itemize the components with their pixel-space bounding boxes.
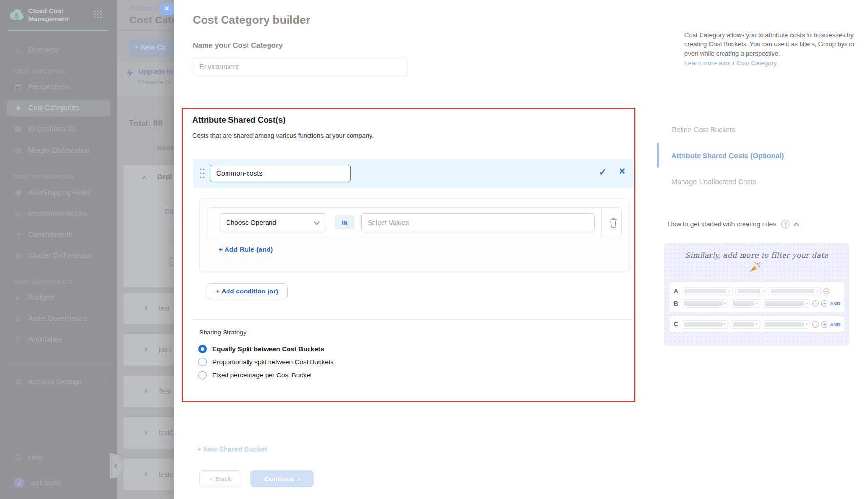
collapse-arrow-icon [114, 463, 119, 468]
placeholder-select: ▾ [682, 320, 728, 329]
new-shared-bucket-link[interactable]: + New Shared Bucket [197, 445, 267, 453]
category-name-input[interactable] [193, 58, 408, 76]
bi-dashboards-icon: ▦ [14, 125, 22, 133]
cancel-bucket-icon[interactable]: × [619, 165, 625, 178]
back-button[interactable]: ‹ Back [199, 470, 242, 487]
sidebar-divider [8, 30, 108, 31]
add-condition-button[interactable]: + Add condition (or) [207, 283, 288, 299]
strategy-option-fixed[interactable]: Fixed percentage per Cost Bucket [198, 370, 312, 380]
strategy-option-proportional[interactable]: Proportionally split between Cost Bucket… [198, 356, 333, 367]
cloud-cost-logo-icon: $ [8, 7, 25, 21]
operator-badge[interactable]: IN [335, 215, 354, 229]
row-label: Test_ [159, 387, 175, 395]
radio-unselected-icon[interactable] [198, 358, 207, 366]
sidebar-user[interactable]: J jyoti.bisht [7, 475, 110, 491]
step-manage-unallocated-costs[interactable]: Manage Unallocated Costs [671, 178, 756, 186]
placeholder-select: ▾ [763, 299, 810, 308]
sidebar-collapse-tab[interactable] [110, 453, 122, 478]
illustration-caption: Similarly, add more to filter your data [670, 251, 844, 259]
illustration-row-a: A ▾ ▾ ▾ – [674, 287, 840, 296]
learn-more-link[interactable]: Learn more about Cost Category [684, 60, 777, 67]
sidebar-item-help[interactable]: 🗨 Help [7, 449, 110, 466]
step-define-cost-buckets[interactable]: Define Cost Buckets [671, 126, 735, 134]
budgets-icon: ◐ [14, 293, 22, 302]
help-question-icon[interactable]: ? [781, 220, 789, 228]
operand-select[interactable]: Choose Operand [219, 213, 326, 231]
placeholder-select: ▾ [682, 299, 728, 308]
sidebar-item-margin-obfuscation[interactable]: % Margin Obfuscation [7, 142, 110, 159]
row-label: test [159, 304, 170, 312]
confirm-bucket-icon[interactable]: ✓ [599, 166, 607, 178]
sidebar-item-cluster-orchestrator[interactable]: ◍ Cluster Orchestrator [7, 247, 110, 264]
cost-categories-icon: ◈ [14, 104, 22, 112]
sidebar-item-anomalies[interactable]: ▽ Anomalies [7, 331, 110, 348]
modal-close-button[interactable]: × [160, 2, 174, 15]
overview-icon: ⌂ [14, 46, 22, 54]
party-popper-icon [748, 261, 761, 274]
header-divider [117, 30, 174, 30]
chevron-left-icon: ‹ [209, 475, 212, 483]
add-rule-icon: + [821, 321, 827, 328]
shared-costs-title: Attribute Shared Cost(s) [192, 115, 286, 125]
expanded-row-label: Depl [157, 173, 172, 181]
apps-grid-icon[interactable] [94, 10, 102, 18]
sidebar-divider-2 [7, 365, 110, 365]
chevron-right-icon [101, 379, 106, 384]
cost-category-info-text: Cost Category allows you to attribute co… [684, 30, 860, 58]
add-rule-link[interactable]: + Add Rule (and) [219, 246, 273, 253]
sharing-strategy-label: Sharing Strategy [199, 329, 247, 336]
illustration-rule-group-ab: A ▾ ▾ ▾ – B ▾ ▾ ▾ – + AND [670, 282, 844, 312]
chevron-right-icon: › [298, 475, 300, 483]
upgrade-title: Upgrade to [138, 68, 173, 75]
sidebar-item-perspectives[interactable]: ▤ Perspectives [7, 79, 110, 95]
close-icon: × [165, 4, 169, 13]
select-values-input[interactable] [361, 213, 595, 231]
modal-title: Cost Category builder [193, 14, 310, 27]
step-attribute-shared-costs[interactable]: Attribute Shared Costs (Optional) [671, 152, 784, 160]
row-label: testC [159, 429, 175, 437]
radio-selected-icon[interactable] [198, 345, 207, 353]
background-page-title: Cost Cate [129, 14, 177, 26]
chevron-up-icon[interactable] [793, 222, 799, 228]
row-label: testc [159, 470, 173, 478]
sidebar-item-cost-categories[interactable]: ◈ Cost Categories [7, 100, 110, 116]
dimmed-backdrop: $ Cloud Cost Management ⌂ Overview COST … [0, 0, 174, 499]
sidebar: $ Cloud Cost Management ⌂ Overview COST … [0, 0, 117, 499]
account-breadcrumb: Account: C [129, 5, 159, 12]
sidebar-item-autostopping-rules[interactable]: ◉ AutoStopping Rules [7, 184, 110, 201]
autostopping-rules-icon: ◉ [14, 188, 22, 197]
sidebar-item-budgets[interactable]: ◐ Budgets [7, 289, 110, 306]
sidebar-item-recommendations[interactable]: ◎ Recommendations [7, 205, 110, 222]
cluster-orchestrator-icon: ◍ [14, 251, 22, 260]
continue-button[interactable]: Continue › [250, 470, 314, 487]
app-title: Cloud Cost Management [28, 7, 97, 23]
name-column-header: NAME [157, 146, 175, 151]
dimmed-input-stub [168, 227, 174, 247]
howto-header[interactable]: How to get started with creating rules ? [668, 220, 798, 228]
placeholder-select: ▾ [731, 299, 760, 308]
delete-rule-button[interactable] [605, 215, 621, 230]
section-cost-optimization: COST OPTIMIZATION [14, 174, 74, 180]
placeholder-select: ▾ [769, 287, 821, 295]
radio-unselected-icon[interactable] [198, 371, 207, 379]
section-divider [192, 319, 633, 320]
placeholder-select: ▾ [731, 320, 760, 329]
remove-rule-icon: – [812, 321, 819, 328]
sidebar-item-asset-governance[interactable]: ⊙ Asset Governance [7, 310, 110, 327]
shared-bucket-name-input[interactable] [210, 165, 351, 182]
sidebar-item-overview[interactable]: ⌂ Overview [7, 42, 110, 58]
section-cost-governance: COST GOVERNANCE [14, 279, 73, 285]
sidebar-item-account-settings[interactable]: ⚙ Account Settings [7, 374, 110, 390]
margin-obfuscation-icon: % [14, 146, 22, 155]
asset-governance-icon: ⊙ [14, 314, 22, 323]
expanded-row-card [123, 165, 174, 287]
recommendations-icon: ◎ [14, 209, 22, 218]
sidebar-item-bi-dashboards[interactable]: ▦ BI Dashboards [7, 121, 110, 137]
sidebar-item-commitments[interactable]: ◔ Commitments [7, 226, 110, 243]
rule-divider [601, 207, 602, 238]
drag-handle-icon[interactable] [199, 167, 205, 179]
strategy-option-equal[interactable]: Equally Split between Cost Buckets [198, 343, 324, 354]
remove-rule-icon: – [823, 288, 829, 294]
illustration-row-b: B ▾ ▾ ▾ – + AND [674, 299, 840, 308]
account-settings-gear-icon: ⚙ [14, 377, 22, 386]
